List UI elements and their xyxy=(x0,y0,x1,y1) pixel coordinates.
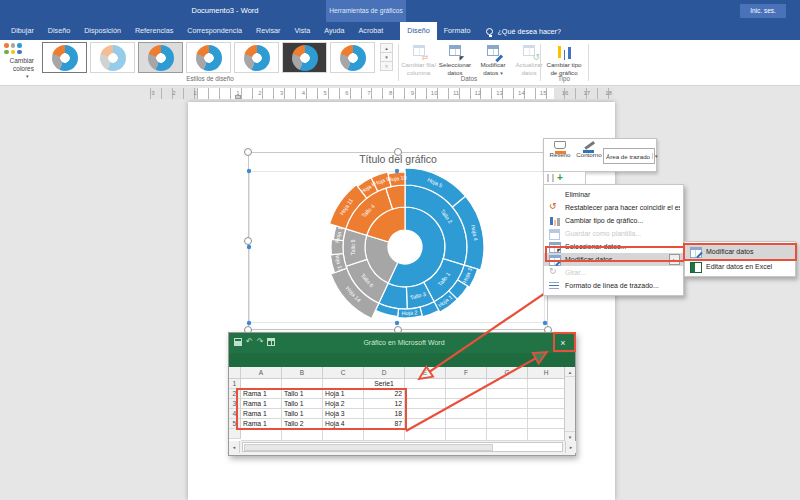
excel-cell[interactable] xyxy=(241,429,282,441)
excel-cell[interactable] xyxy=(528,409,565,419)
excel-cell[interactable] xyxy=(405,379,446,389)
redo-icon[interactable]: ↷ xyxy=(257,338,264,346)
ribbon-tab[interactable]: Correspondencia xyxy=(180,22,249,40)
style-thumb[interactable] xyxy=(330,42,375,73)
fill-button[interactable]: Relleno xyxy=(545,141,575,170)
table-glyph xyxy=(449,45,461,56)
undo-icon[interactable]: ↶ xyxy=(246,338,253,346)
excel-row-header xyxy=(229,429,241,439)
excel-cell[interactable] xyxy=(528,419,565,429)
excel-cell[interactable] xyxy=(446,419,487,429)
excel-cell[interactable] xyxy=(487,389,528,399)
excel-cell[interactable] xyxy=(528,379,565,389)
style-thumb[interactable] xyxy=(42,42,87,73)
excel-cell[interactable] xyxy=(405,419,446,429)
excel-cell[interactable] xyxy=(446,389,487,399)
excel-vertical-scrollbar[interactable]: ▴ ▾ xyxy=(564,367,575,441)
excel-cell[interactable] xyxy=(446,429,487,441)
context-menu-item[interactable]: Formato de línea de trazado... xyxy=(544,279,683,292)
bar-chart-icon xyxy=(556,44,572,59)
plot-area-dropdown[interactable]: Área de trazado ▾ xyxy=(603,148,655,164)
excel-corner[interactable] xyxy=(229,367,241,379)
excel-column-header[interactable]: C xyxy=(323,367,364,379)
ribbon-tab[interactable]: Dibujar xyxy=(4,22,41,40)
outline-button[interactable]: Contorno xyxy=(574,141,604,170)
horizontal-ruler[interactable]: 321123456789101112131415161718 xyxy=(150,88,614,99)
context-menu-item[interactable]: Cambiar tipo de gráfico... xyxy=(544,214,683,227)
excel-cell[interactable] xyxy=(364,429,405,441)
excel-cell[interactable] xyxy=(487,419,528,429)
scroll-right-icon[interactable]: ▸ xyxy=(565,441,576,453)
ruler-number: 17 xyxy=(583,90,590,96)
excel-column-header[interactable]: D xyxy=(364,367,405,379)
excel-cell[interactable] xyxy=(282,429,323,441)
excel-cell[interactable] xyxy=(487,409,528,419)
tell-me-box[interactable]: ¿Qué desea hacer? xyxy=(486,22,561,40)
ribbon-tab[interactable]: Revisar xyxy=(249,22,287,40)
change-colors-label-2: colores xyxy=(0,65,34,72)
excel-cell[interactable] xyxy=(405,389,446,399)
ruler-number: 10 xyxy=(431,90,438,96)
excel-column-header[interactable]: A xyxy=(241,367,282,379)
tab-formato[interactable]: Formato xyxy=(437,22,478,40)
excel-cell[interactable] xyxy=(405,399,446,409)
excel-column-header[interactable]: G xyxy=(487,367,528,379)
cambiarfila-datos-button: Cambiar fila/columna xyxy=(402,42,435,77)
change-chart-type-button[interactable]: Cambiar tipo de gráfico xyxy=(544,42,584,76)
excel-cell[interactable] xyxy=(446,379,487,389)
scroll-up-icon[interactable]: ▴ xyxy=(565,367,575,377)
modificar-datos-button[interactable]: Modificardatos ▾ xyxy=(475,42,511,77)
ribbon-tab[interactable]: Disposición xyxy=(77,22,128,40)
submenu-item[interactable]: Editar datos en Excel xyxy=(685,259,795,274)
save-icon[interactable] xyxy=(234,338,242,346)
seleccionar-datos-button[interactable]: Seleccionardatos xyxy=(438,42,472,77)
excel-column-header[interactable]: H xyxy=(528,367,565,379)
excel-horizontal-scrollbar[interactable]: ◂ ▸ xyxy=(229,441,576,453)
sign-in-button[interactable]: Inic. ses. xyxy=(740,4,786,18)
excel-cell[interactable] xyxy=(487,379,528,389)
ribbon-tab[interactable]: Referencias xyxy=(128,22,180,40)
chevron-down-icon: ▾ xyxy=(26,73,29,79)
excel-cell[interactable] xyxy=(405,429,446,441)
scrollbar-track[interactable] xyxy=(242,442,563,452)
excel-cell[interactable] xyxy=(487,399,528,409)
gallery-more-icon[interactable]: ▿ xyxy=(380,61,393,71)
reset-style-icon xyxy=(548,202,561,213)
ribbon-tab[interactable]: Ayuda xyxy=(317,22,351,40)
ribbon-tab[interactable]: Diseño xyxy=(41,22,77,40)
ribbon-tab[interactable]: Vista xyxy=(287,22,317,40)
style-thumb[interactable] xyxy=(138,42,183,73)
ruler-number: 2 xyxy=(258,90,261,96)
add-element-plus-icon[interactable]: + xyxy=(557,173,563,183)
excel-cell[interactable] xyxy=(528,399,565,409)
ribbon-tab[interactable]: Acrobat xyxy=(352,22,391,40)
excel-cell[interactable] xyxy=(446,399,487,409)
excel-cell[interactable] xyxy=(528,389,565,399)
excel-column-header[interactable]: B xyxy=(282,367,323,379)
divider xyxy=(547,174,549,182)
context-menu-item[interactable]: Restablecer para hacer coincidir el esti… xyxy=(544,201,683,214)
excel-cell[interactable] xyxy=(405,409,446,419)
menu-item-label: Guardar como plantilla... xyxy=(565,230,680,237)
scroll-down-icon[interactable]: ▾ xyxy=(565,431,575,441)
menu-item-label: Formato de línea de trazado... xyxy=(565,282,680,289)
excel-title-bar[interactable]: ↶ ↷ Gráfico en Microsoft Word × xyxy=(229,333,575,353)
style-thumb[interactable] xyxy=(90,42,135,73)
change-colors-button[interactable]: Cambiar colores ▾ xyxy=(0,42,38,83)
excel-column-header[interactable]: E xyxy=(405,367,446,379)
sunburst-chart[interactable]: Tallo 2Tallo 1Tallo 3Tallo 6Tallo 5Tallo… xyxy=(320,162,490,332)
scrollbar-thumb[interactable] xyxy=(244,444,493,451)
tab-diseño-active[interactable]: Diseño xyxy=(400,22,436,40)
mini-sunburst-icon xyxy=(292,45,318,71)
excel-column-header[interactable]: F xyxy=(446,367,487,379)
style-thumb[interactable] xyxy=(234,42,279,73)
excel-icon xyxy=(689,261,702,272)
excel-cell[interactable] xyxy=(528,429,565,441)
context-menu-item[interactable]: Eliminar xyxy=(544,188,683,201)
style-thumb[interactable] xyxy=(282,42,327,73)
excel-cell[interactable] xyxy=(487,429,528,441)
excel-cell[interactable] xyxy=(323,429,364,441)
scroll-left-icon[interactable]: ◂ xyxy=(229,441,240,453)
excel-cell[interactable] xyxy=(446,409,487,419)
style-thumb[interactable] xyxy=(186,42,231,73)
